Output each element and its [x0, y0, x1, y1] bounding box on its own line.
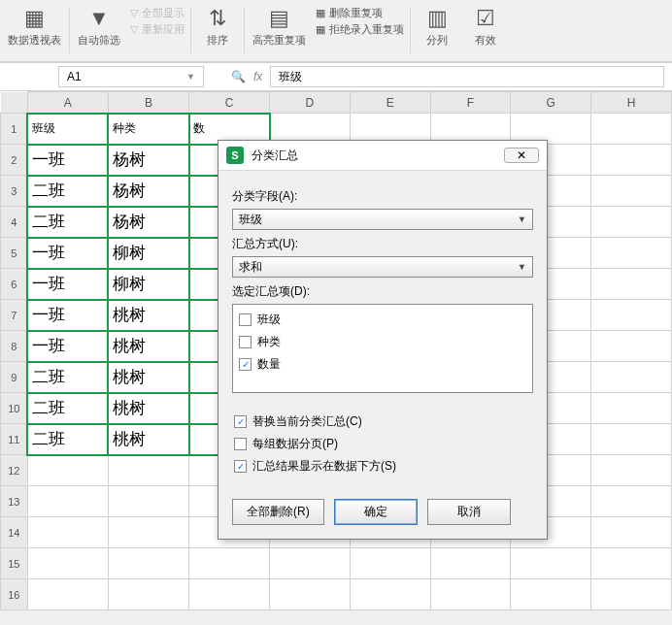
- row-header[interactable]: 13: [1, 486, 28, 517]
- autofilter-button[interactable]: ▼ 自动筛选: [72, 4, 126, 57]
- cell[interactable]: [27, 455, 108, 486]
- delete-all-button[interactable]: 全部删除(R): [232, 499, 324, 525]
- field-select[interactable]: 班级▼: [232, 209, 533, 230]
- select-all-corner[interactable]: [1, 92, 28, 114]
- row-header[interactable]: 15: [1, 548, 28, 579]
- row-header[interactable]: 1: [1, 114, 28, 145]
- cell[interactable]: 柳树: [108, 238, 188, 269]
- cell[interactable]: [27, 517, 108, 548]
- name-box[interactable]: A1 ▼: [58, 66, 204, 87]
- opt-below-row[interactable]: 汇总结果显示在数据下方(S): [232, 455, 533, 477]
- col-header[interactable]: C: [189, 92, 270, 114]
- cell[interactable]: 一班: [27, 331, 108, 362]
- item-row[interactable]: 数量: [237, 353, 528, 376]
- row-header[interactable]: 16: [1, 579, 28, 610]
- cell[interactable]: [27, 486, 108, 517]
- cell[interactable]: [430, 579, 511, 610]
- remove-dup-button[interactable]: ▦删除重复项: [316, 6, 404, 20]
- cell[interactable]: [591, 269, 672, 300]
- cell[interactable]: [591, 114, 672, 145]
- item-row[interactable]: 班级: [237, 309, 528, 331]
- cell[interactable]: [591, 362, 672, 393]
- col-header[interactable]: D: [270, 92, 351, 114]
- cell[interactable]: [270, 548, 351, 579]
- checkbox[interactable]: [239, 336, 252, 348]
- col-header[interactable]: G: [511, 92, 591, 114]
- opt-pagebreak-row[interactable]: 每组数据分页(P): [232, 433, 533, 455]
- cell[interactable]: [591, 455, 672, 486]
- text-to-columns-button[interactable]: ▥ 分列: [413, 4, 461, 57]
- cell[interactable]: [108, 579, 188, 610]
- validity-button[interactable]: ☑ 有效: [461, 4, 510, 57]
- cell[interactable]: [270, 579, 351, 610]
- cell[interactable]: 一班: [27, 145, 108, 176]
- cell[interactable]: [591, 207, 672, 238]
- item-row[interactable]: 种类: [237, 331, 528, 353]
- cell[interactable]: 种类: [108, 114, 188, 145]
- col-header[interactable]: F: [430, 92, 511, 114]
- dialog-close-button[interactable]: ✕: [504, 148, 539, 163]
- row-header[interactable]: 10: [1, 393, 28, 424]
- cell[interactable]: [108, 486, 188, 517]
- cell[interactable]: 杨树: [108, 176, 188, 207]
- cell[interactable]: [591, 393, 672, 424]
- cancel-button[interactable]: 取消: [427, 499, 511, 525]
- cell[interactable]: [591, 486, 672, 517]
- col-header[interactable]: E: [350, 92, 430, 114]
- method-select[interactable]: 求和▼: [232, 256, 533, 278]
- cell[interactable]: [591, 579, 672, 610]
- cell[interactable]: [108, 517, 188, 548]
- cell[interactable]: [591, 300, 672, 331]
- row-header[interactable]: 11: [1, 424, 28, 455]
- items-listbox[interactable]: 班级 种类 数量: [232, 304, 533, 393]
- cell[interactable]: [350, 579, 430, 610]
- cell[interactable]: 二班: [27, 393, 108, 424]
- row-header[interactable]: 9: [1, 362, 28, 393]
- cell[interactable]: [591, 238, 672, 269]
- cell[interactable]: 二班: [27, 424, 108, 455]
- cell[interactable]: 二班: [27, 176, 108, 207]
- cell[interactable]: [591, 517, 672, 548]
- cell[interactable]: [511, 579, 591, 610]
- cell[interactable]: [591, 424, 672, 455]
- cell[interactable]: 桃树: [108, 393, 188, 424]
- row-header[interactable]: 4: [1, 207, 28, 238]
- row-header[interactable]: 2: [1, 145, 28, 176]
- checkbox[interactable]: [239, 358, 252, 371]
- cell[interactable]: [511, 548, 591, 579]
- checkbox[interactable]: [234, 460, 247, 473]
- cell[interactable]: 桃树: [108, 300, 188, 331]
- cell[interactable]: [108, 455, 188, 486]
- formula-bar[interactable]: 班级: [270, 66, 664, 87]
- cell[interactable]: 一班: [27, 300, 108, 331]
- row-header[interactable]: 12: [1, 455, 28, 486]
- cell[interactable]: 二班: [27, 362, 108, 393]
- pivot-table-button[interactable]: ▦ 数据透视表: [2, 4, 67, 57]
- row-header[interactable]: 5: [1, 238, 28, 269]
- cell[interactable]: [350, 548, 430, 579]
- checkbox[interactable]: [234, 415, 247, 428]
- checkbox[interactable]: [239, 313, 252, 326]
- cell[interactable]: 杨树: [108, 145, 188, 176]
- reject-dup-button[interactable]: ▦拒绝录入重复项: [316, 22, 404, 37]
- cell[interactable]: [189, 548, 270, 579]
- cell[interactable]: 桃树: [108, 331, 188, 362]
- row-header[interactable]: 3: [1, 176, 28, 207]
- row-header[interactable]: 14: [1, 517, 28, 548]
- col-header[interactable]: H: [591, 92, 672, 114]
- cell[interactable]: [591, 176, 672, 207]
- opt-replace-row[interactable]: 替换当前分类汇总(C): [232, 411, 533, 433]
- cell[interactable]: 桃树: [108, 424, 188, 455]
- ok-button[interactable]: 确定: [334, 499, 418, 525]
- col-header[interactable]: A: [27, 92, 108, 114]
- sort-button[interactable]: ⇅ 排序: [193, 4, 242, 57]
- cell[interactable]: 杨树: [108, 207, 188, 238]
- cell[interactable]: [591, 145, 672, 176]
- highlight-dup-button[interactable]: ▤ 高亮重复项: [247, 4, 312, 57]
- col-header[interactable]: B: [108, 92, 188, 114]
- fx-icon[interactable]: fx: [253, 70, 262, 83]
- row-header[interactable]: 6: [1, 269, 28, 300]
- zoom-icon[interactable]: 🔍: [231, 70, 246, 83]
- cell[interactable]: [27, 579, 108, 610]
- cell[interactable]: 一班: [27, 238, 108, 269]
